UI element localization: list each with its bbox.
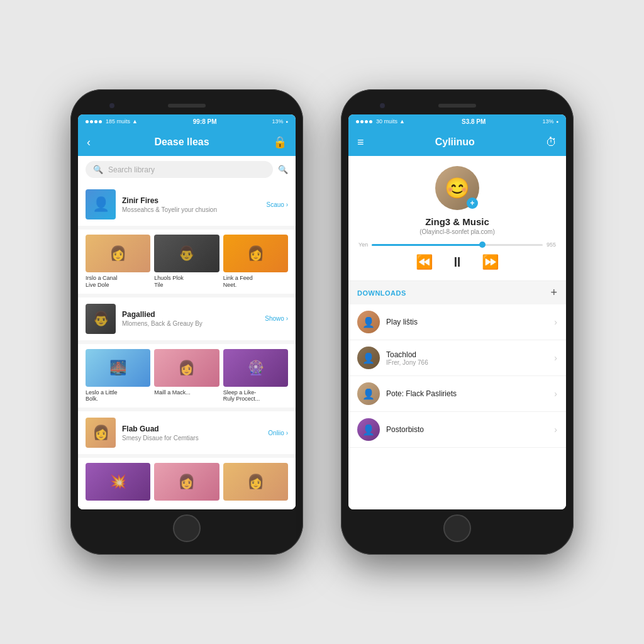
dl-avatar-2: 👤: [357, 347, 380, 369]
phone-bottom-left: [78, 509, 296, 547]
section-row-3: 👩 Flab Guad Smesy Disaue for Cemtiars On…: [78, 411, 296, 454]
grid-item-9[interactable]: 👩: [223, 463, 288, 503]
signal-dots-right: [356, 120, 372, 123]
speaker-right: [438, 104, 476, 108]
section-thumb-3: 👩: [86, 418, 116, 448]
progress-bar-container: Yen 955: [358, 242, 556, 248]
battery-icon-left: ▪: [286, 118, 288, 125]
scene: 185 muits ▲ 99:8 PM 13% ▪ ‹ Dease lleas …: [70, 89, 574, 555]
grid-label-6: Sleep a Like-Ruly Procect...: [223, 389, 288, 403]
download-item-3[interactable]: 👤 Pote: Flack Pasliriets ›: [348, 376, 566, 412]
grid-item-5[interactable]: 👩 Maill a Mack...: [154, 349, 219, 403]
back-button-left[interactable]: ‹: [87, 136, 91, 149]
carrier-right: 30 muits: [376, 118, 397, 125]
grid-item-8[interactable]: 👩: [154, 463, 219, 503]
section2-sub: Mlomens, Back & Greauy By: [122, 320, 258, 327]
wifi-icon-left: ▲: [132, 118, 138, 125]
fast-forward-button[interactable]: ⏩: [482, 254, 499, 270]
dl-chevron-3: ›: [554, 389, 557, 399]
player-section: 😊 + Zing3 & Music (Olayincl-8-sonfet pla…: [348, 156, 566, 281]
speaker-left: [168, 104, 206, 108]
grid-item-1[interactable]: 👩 Irslo a CanalLive Dole: [86, 235, 150, 289]
battery-icon-right: ▪: [556, 118, 558, 125]
grid-thumb-1: 👩: [86, 235, 150, 272]
progress-thumb: [479, 242, 486, 248]
dl-title-2: Toachlod: [386, 350, 548, 359]
nav-bar-left: ‹ Dease lleas 🔒: [78, 128, 296, 156]
grid-item-7[interactable]: 💥: [86, 463, 150, 503]
grid-thumb-4: 🌉: [86, 349, 150, 387]
progress-fill: [372, 244, 483, 246]
dl-title-1: Play liŝtis: [386, 318, 548, 326]
lock-icon[interactable]: 🔒: [273, 135, 287, 149]
download-item-4[interactable]: 👤 Postorbisto ›: [348, 412, 566, 448]
section3-sub: Smesy Disaue for Cemtiars: [122, 435, 262, 441]
nav-bar-right: ≡ Cyliinuo ⏱: [348, 128, 566, 156]
grid-row-1: 👩 Irslo a CanalLive Dole 👨 Lhuols PlokTi…: [78, 230, 296, 294]
avatar-container: 😊 +: [435, 166, 479, 210]
dl-avatar-1: 👤: [357, 311, 380, 333]
section3-title: Flab Guad: [122, 425, 262, 433]
grid-thumb-8: 👩: [154, 463, 219, 501]
pause-button[interactable]: ⏸: [450, 254, 464, 270]
grid-thumb-5: 👩: [154, 349, 219, 387]
grid-item-6[interactable]: 🎡 Sleep a Like-Ruly Procect...: [223, 349, 288, 403]
nav-title-right: Cyliinuo: [435, 136, 475, 148]
dl-chevron-2: ›: [554, 353, 557, 363]
grid-label-3: Link a FeedNeet.: [223, 275, 288, 289]
dl-chevron-4: ›: [554, 425, 557, 435]
dl-title-4: Postorbisto: [386, 425, 548, 434]
progress-track[interactable]: [372, 244, 543, 246]
grid-label-1: Irslo a CanalLive Dole: [86, 275, 150, 289]
section-thumb-2: 👨: [86, 304, 116, 334]
phone-bottom-right: [348, 509, 566, 547]
grid-row-2: 🌉 Leslo a LittleBolk. 👩 Maill a Mack... …: [78, 344, 296, 408]
download-item-1[interactable]: 👤 Play liŝtis ›: [348, 304, 566, 340]
grid-label-4: Leslo a LittleBolk.: [86, 389, 150, 403]
wifi-icon-right: ▲: [399, 118, 405, 125]
downloads-add-button[interactable]: +: [550, 286, 557, 299]
phone-right: 30 muits ▲ S3.8 PM 13% ▪ ≡ Cyliinuo ⏱: [341, 89, 574, 555]
phone-top-left: [78, 97, 296, 114]
search-icon-left: 🔍: [93, 165, 103, 174]
section2-title: Pagallied: [122, 310, 258, 319]
search-submit-icon[interactable]: 🔍: [278, 165, 288, 174]
home-button-left[interactable]: [173, 514, 201, 542]
timer-icon[interactable]: ⏱: [546, 136, 557, 149]
grid-thumb-2: 👨: [154, 235, 219, 272]
grid-thumb-7: 💥: [86, 463, 150, 501]
status-bar-right: 30 muits ▲ S3.8 PM 13% ▪: [348, 114, 566, 128]
dl-avatar-4: 👤: [357, 418, 380, 441]
menu-button-right[interactable]: ≡: [357, 136, 364, 149]
downloads-label: DOWNLOADS: [357, 289, 406, 297]
avatar-plus-button[interactable]: +: [467, 197, 478, 209]
grid-item-4[interactable]: 🌉 Leslo a LittleBolk.: [86, 349, 150, 403]
downloads-header: DOWNLOADS +: [348, 281, 566, 304]
section1-title: Zinir Fires: [122, 196, 260, 205]
signal-dots: [86, 120, 102, 123]
time-right: S3.8 PM: [462, 118, 486, 125]
grid-item-2[interactable]: 👨 Lhuols PlokTile: [154, 235, 219, 289]
section3-action[interactable]: Onliio ›: [268, 430, 288, 436]
grid-item-3[interactable]: 👩 Link a FeedNeet.: [223, 235, 288, 289]
home-button-right[interactable]: [443, 514, 471, 542]
search-box[interactable]: 🔍 Search library: [86, 161, 273, 178]
time-end: 955: [547, 242, 556, 248]
nav-title-left: Dease lleas: [154, 136, 209, 148]
left-content: 🔍 Search library 🔍 👤 Zinir Fires Mosseah…: [78, 156, 296, 509]
search-placeholder: Search library: [108, 165, 155, 174]
status-bar-left: 185 muits ▲ 99:8 PM 13% ▪: [78, 114, 296, 128]
camera-right: [380, 103, 385, 108]
section2-action[interactable]: Showo ›: [265, 315, 288, 322]
grid-thumb-3: 👩: [223, 235, 288, 272]
dl-sub-2: IFrer, Jony 766: [386, 359, 548, 366]
section-row-2: 👨 Pagallied Mlomens, Back & Greauy By Sh…: [78, 297, 296, 340]
section1-action[interactable]: Scauo ›: [267, 201, 288, 208]
screen-left: 185 muits ▲ 99:8 PM 13% ▪ ‹ Dease lleas …: [78, 114, 296, 509]
download-item-2[interactable]: 👤 Toachlod IFrer, Jony 766 ›: [348, 340, 566, 376]
screen-right: 30 muits ▲ S3.8 PM 13% ▪ ≡ Cyliinuo ⏱: [348, 114, 566, 509]
battery-left: 13%: [272, 118, 283, 125]
rewind-button[interactable]: ⏪: [416, 254, 433, 270]
time-start: Yen: [358, 242, 368, 248]
time-left: 99:8 PM: [193, 118, 217, 125]
